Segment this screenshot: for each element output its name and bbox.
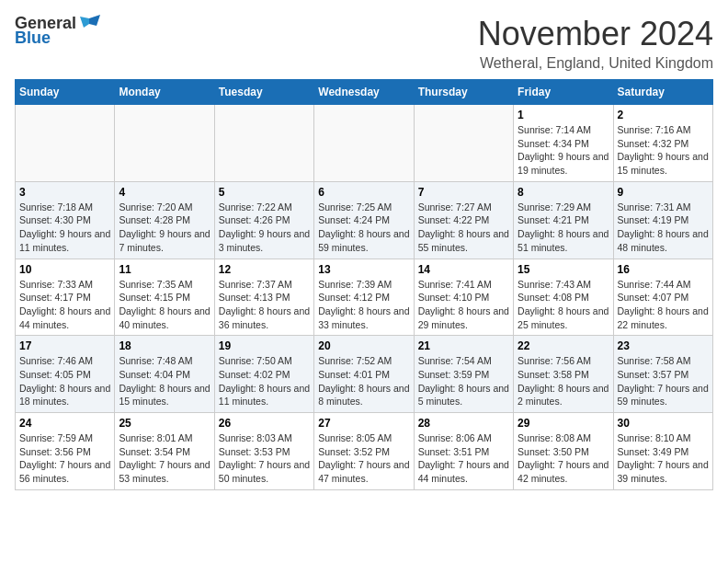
calendar-week-row: 1Sunrise: 7:14 AMSunset: 4:34 PMDaylight… (16, 105, 713, 182)
day-info: Sunrise: 8:06 AMSunset: 3:51 PMDaylight:… (418, 431, 509, 486)
calendar-cell: 15Sunrise: 7:43 AMSunset: 4:08 PMDayligh… (514, 259, 613, 336)
day-number: 22 (518, 339, 609, 352)
day-number: 23 (618, 339, 709, 352)
day-number: 3 (19, 186, 110, 199)
calendar-cell: 11Sunrise: 7:35 AMSunset: 4:15 PMDayligh… (115, 259, 214, 336)
calendar-week-row: 3Sunrise: 7:18 AMSunset: 4:30 PMDaylight… (16, 181, 713, 259)
day-number: 16 (618, 263, 709, 276)
calendar-header-row: SundayMondayTuesdayWednesdayThursdayFrid… (16, 80, 713, 105)
calendar-cell: 19Sunrise: 7:50 AMSunset: 4:02 PMDayligh… (214, 336, 313, 413)
calendar-cell: 5Sunrise: 7:22 AMSunset: 4:26 PMDaylight… (214, 181, 313, 259)
calendar-week-row: 24Sunrise: 7:59 AMSunset: 3:56 PMDayligh… (16, 413, 713, 490)
day-info: Sunrise: 7:33 AMSunset: 4:17 PMDaylight:… (19, 278, 110, 332)
day-info: Sunrise: 7:27 AMSunset: 4:22 PMDaylight:… (418, 201, 509, 255)
day-number: 29 (518, 417, 609, 430)
calendar-cell (214, 105, 313, 182)
calendar-cell: 7Sunrise: 7:27 AMSunset: 4:22 PMDaylight… (414, 181, 513, 259)
location-title: Wetheral, England, United Kingdom (478, 55, 713, 72)
day-info: Sunrise: 7:20 AMSunset: 4:28 PMDaylight:… (119, 201, 210, 255)
day-number: 26 (219, 417, 310, 430)
day-number: 28 (418, 417, 509, 430)
day-info: Sunrise: 7:43 AMSunset: 4:08 PMDaylight:… (518, 278, 609, 332)
day-info: Sunrise: 8:05 AMSunset: 3:52 PMDaylight:… (318, 431, 409, 486)
day-number: 27 (318, 417, 409, 430)
day-number: 17 (19, 339, 110, 352)
month-title: November 2024 (478, 15, 713, 53)
day-info: Sunrise: 7:29 AMSunset: 4:21 PMDaylight:… (518, 201, 609, 255)
title-block: November 2024 Wetheral, England, United … (478, 15, 713, 72)
day-number: 18 (119, 339, 210, 352)
calendar-cell: 24Sunrise: 7:59 AMSunset: 3:56 PMDayligh… (16, 413, 115, 490)
calendar-cell: 16Sunrise: 7:44 AMSunset: 4:07 PMDayligh… (613, 259, 712, 336)
col-header-saturday: Saturday (613, 80, 712, 105)
day-info: Sunrise: 7:41 AMSunset: 4:10 PMDaylight:… (418, 278, 509, 332)
calendar-cell: 10Sunrise: 7:33 AMSunset: 4:17 PMDayligh… (16, 259, 115, 336)
col-header-thursday: Thursday (414, 80, 513, 105)
day-number: 15 (518, 263, 609, 276)
day-info: Sunrise: 8:08 AMSunset: 3:50 PMDaylight:… (518, 431, 609, 486)
calendar-cell: 21Sunrise: 7:54 AMSunset: 3:59 PMDayligh… (414, 336, 513, 413)
day-info: Sunrise: 7:31 AMSunset: 4:19 PMDaylight:… (618, 201, 709, 255)
day-number: 20 (318, 339, 409, 352)
calendar-cell: 28Sunrise: 8:06 AMSunset: 3:51 PMDayligh… (414, 413, 513, 490)
calendar-cell: 3Sunrise: 7:18 AMSunset: 4:30 PMDaylight… (16, 181, 115, 259)
day-number: 19 (219, 339, 310, 352)
day-number: 6 (318, 186, 409, 199)
calendar-cell: 2Sunrise: 7:16 AMSunset: 4:32 PMDaylight… (613, 105, 712, 182)
day-info: Sunrise: 7:52 AMSunset: 4:01 PMDaylight:… (318, 354, 409, 408)
logo: General Blue (15, 15, 100, 48)
day-info: Sunrise: 7:35 AMSunset: 4:15 PMDaylight:… (119, 278, 210, 332)
calendar-cell: 20Sunrise: 7:52 AMSunset: 4:01 PMDayligh… (314, 336, 414, 413)
calendar-cell (414, 105, 513, 182)
day-info: Sunrise: 7:16 AMSunset: 4:32 PMDaylight:… (618, 123, 709, 178)
calendar-cell: 6Sunrise: 7:25 AMSunset: 4:24 PMDaylight… (314, 181, 414, 259)
day-info: Sunrise: 7:22 AMSunset: 4:26 PMDaylight:… (219, 201, 310, 255)
calendar-cell: 22Sunrise: 7:56 AMSunset: 3:58 PMDayligh… (514, 336, 613, 413)
col-header-friday: Friday (514, 80, 613, 105)
day-number: 8 (518, 186, 609, 199)
calendar-cell: 18Sunrise: 7:48 AMSunset: 4:04 PMDayligh… (115, 336, 214, 413)
day-number: 13 (318, 263, 409, 276)
calendar-cell: 26Sunrise: 8:03 AMSunset: 3:53 PMDayligh… (214, 413, 313, 490)
logo-blue: Blue (15, 29, 51, 48)
day-number: 9 (618, 186, 709, 199)
day-info: Sunrise: 7:39 AMSunset: 4:12 PMDaylight:… (318, 278, 409, 332)
svg-marker-1 (80, 17, 89, 28)
calendar-table: SundayMondayTuesdayWednesdayThursdayFrid… (15, 79, 713, 490)
calendar-cell: 17Sunrise: 7:46 AMSunset: 4:05 PMDayligh… (16, 336, 115, 413)
day-info: Sunrise: 7:14 AMSunset: 4:34 PMDaylight:… (518, 123, 609, 178)
calendar-cell: 25Sunrise: 8:01 AMSunset: 3:54 PMDayligh… (115, 413, 214, 490)
day-info: Sunrise: 7:58 AMSunset: 3:57 PMDaylight:… (618, 354, 709, 408)
calendar-cell: 9Sunrise: 7:31 AMSunset: 4:19 PMDaylight… (613, 181, 712, 259)
calendar-cell: 27Sunrise: 8:05 AMSunset: 3:52 PMDayligh… (314, 413, 414, 490)
day-info: Sunrise: 7:25 AMSunset: 4:24 PMDaylight:… (318, 201, 409, 255)
col-header-monday: Monday (115, 80, 214, 105)
day-info: Sunrise: 7:46 AMSunset: 4:05 PMDaylight:… (19, 354, 110, 408)
col-header-sunday: Sunday (16, 80, 115, 105)
calendar-cell (16, 105, 115, 182)
day-number: 14 (418, 263, 509, 276)
day-number: 1 (518, 109, 609, 121)
day-info: Sunrise: 7:59 AMSunset: 3:56 PMDaylight:… (19, 431, 110, 486)
day-info: Sunrise: 8:10 AMSunset: 3:49 PMDaylight:… (618, 431, 709, 486)
calendar-cell: 14Sunrise: 7:41 AMSunset: 4:10 PMDayligh… (414, 259, 513, 336)
calendar-cell: 30Sunrise: 8:10 AMSunset: 3:49 PMDayligh… (613, 413, 712, 490)
col-header-wednesday: Wednesday (314, 80, 414, 105)
calendar-cell (314, 105, 414, 182)
day-number: 7 (418, 186, 509, 199)
day-info: Sunrise: 7:18 AMSunset: 4:30 PMDaylight:… (19, 201, 110, 255)
day-number: 4 (119, 186, 210, 199)
day-number: 2 (618, 109, 709, 121)
day-info: Sunrise: 7:44 AMSunset: 4:07 PMDaylight:… (618, 278, 709, 332)
day-info: Sunrise: 7:50 AMSunset: 4:02 PMDaylight:… (219, 354, 310, 408)
calendar-cell: 23Sunrise: 7:58 AMSunset: 3:57 PMDayligh… (613, 336, 712, 413)
calendar-cell: 29Sunrise: 8:08 AMSunset: 3:50 PMDayligh… (514, 413, 613, 490)
calendar-cell: 8Sunrise: 7:29 AMSunset: 4:21 PMDaylight… (514, 181, 613, 259)
day-number: 24 (19, 417, 110, 430)
day-info: Sunrise: 7:56 AMSunset: 3:58 PMDaylight:… (518, 354, 609, 408)
svg-marker-0 (89, 15, 100, 26)
day-info: Sunrise: 7:48 AMSunset: 4:04 PMDaylight:… (119, 354, 210, 408)
calendar-cell (115, 105, 214, 182)
day-info: Sunrise: 7:37 AMSunset: 4:13 PMDaylight:… (219, 278, 310, 332)
day-info: Sunrise: 8:03 AMSunset: 3:53 PMDaylight:… (219, 431, 310, 486)
